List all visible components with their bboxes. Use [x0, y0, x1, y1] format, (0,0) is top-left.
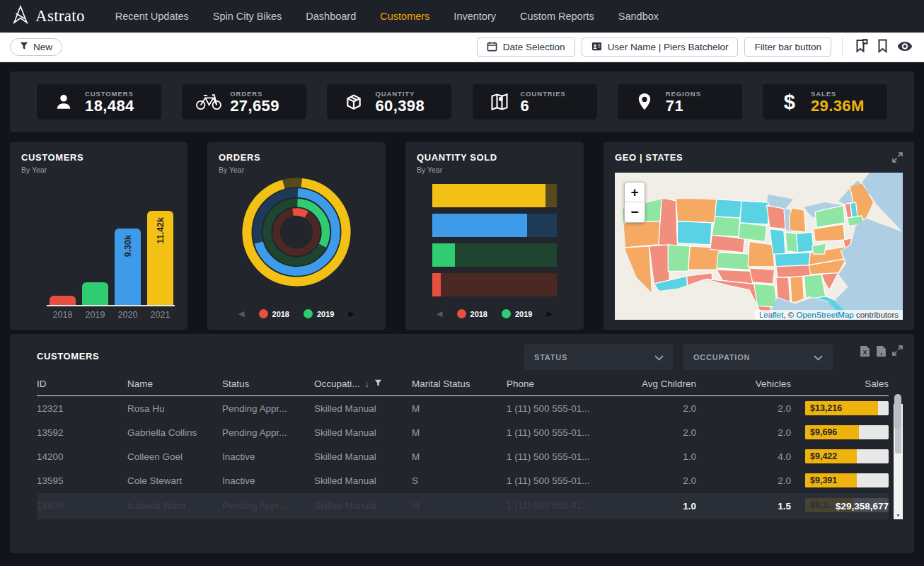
kpi-text: SALES29.36M: [811, 90, 865, 114]
scroll-down-arrow[interactable]: ▼: [894, 511, 903, 519]
column-label: Avg Children: [642, 379, 696, 389]
orders-legend: ◀20182019▶: [219, 309, 374, 320]
hbar-2021[interactable]: [432, 184, 557, 207]
sales-value: $9,391: [810, 473, 837, 487]
legend-item-2018[interactable]: 2018: [259, 309, 289, 318]
zoom-in-button[interactable]: +: [625, 183, 645, 202]
export-csv-icon[interactable]: ,: [876, 345, 887, 360]
map-canvas: [615, 173, 903, 320]
filter-bar-label: Filter bar button: [754, 42, 821, 52]
filter-bar-button[interactable]: Filter bar button: [744, 37, 831, 57]
leaflet-link[interactable]: Leaflet: [759, 311, 784, 319]
date-selection-button[interactable]: Date Selection: [477, 37, 575, 57]
sort-desc-icon[interactable]: ↓: [365, 379, 370, 389]
column-header-name[interactable]: Name: [127, 379, 222, 389]
bookmark-button[interactable]: [876, 37, 889, 57]
nav-item-inventory[interactable]: Inventory: [441, 11, 508, 22]
nav-item-dashboard[interactable]: Dashboard: [294, 11, 368, 22]
column-header-occupati[interactable]: Occupati...↓: [314, 379, 412, 389]
hbar-2020[interactable]: [432, 214, 557, 237]
column-header-vehicles[interactable]: Vehicles: [696, 379, 791, 389]
table-title: CUSTOMERS: [37, 351, 99, 362]
zoom-out-button[interactable]: −: [625, 202, 645, 222]
legend-prev-arrow[interactable]: ◀: [437, 309, 442, 318]
column-header-phone[interactable]: Phone: [507, 379, 628, 389]
column-header-avg-children[interactable]: Avg Children: [628, 379, 696, 389]
nav-item-spin-city-bikes[interactable]: Spin City Bikes: [201, 11, 294, 22]
svg-text:X: X: [862, 349, 867, 356]
user-name-button[interactable]: User Name | Piers Batchelor: [582, 37, 739, 57]
column-label: Occupati...: [314, 379, 360, 389]
table-row[interactable]: 13592Gabriella CollinsPending Appr...Ski…: [37, 420, 889, 444]
funnel-icon: [20, 42, 28, 52]
expand-icon[interactable]: [892, 345, 903, 360]
kpi-text: COUNTRIES6: [521, 90, 566, 114]
hbar-chart: [432, 184, 557, 303]
table-row[interactable]: 13595Cole StewartInactiveSkilled ManualS…: [37, 468, 889, 492]
hbar-2019[interactable]: [432, 243, 557, 267]
cell-sales: $9,391: [791, 473, 889, 487]
column-header-status[interactable]: Status: [222, 379, 314, 389]
cell-id: 12321: [37, 403, 127, 414]
column-header-sales[interactable]: Sales: [791, 379, 889, 389]
legend-item-2019[interactable]: 2019: [502, 309, 532, 318]
chevron-down-icon: [814, 351, 823, 364]
sales-bar: $9,391: [805, 473, 889, 487]
hbar-2018[interactable]: [432, 273, 557, 296]
nav-item-recent-updates[interactable]: Recent Updates: [103, 11, 201, 22]
bookmark-add-button[interactable]: [853, 37, 870, 57]
pin-icon: [630, 92, 659, 112]
legend-label: 2018: [272, 310, 289, 318]
column-label: Status: [222, 379, 249, 389]
kpi-value: 71: [666, 98, 701, 114]
quantity-legend: ◀20182019▶: [417, 309, 572, 320]
cell-vehicles: 2.0: [696, 427, 791, 438]
us-states-map[interactable]: + − Leaflet, © OpenStreetMap contributor…: [615, 173, 903, 320]
column-filter-icon[interactable]: [374, 379, 382, 389]
legend-next-arrow[interactable]: ▶: [546, 309, 552, 318]
column-label: Phone: [507, 379, 534, 389]
occupation-filter-dropdown[interactable]: OCCUPATION: [683, 344, 833, 370]
legend-next-arrow[interactable]: ▶: [348, 309, 354, 318]
legend-item-2018[interactable]: 2018: [457, 309, 487, 318]
status-filter-dropdown[interactable]: STATUS: [524, 344, 674, 370]
bar-2019[interactable]: [82, 282, 108, 305]
dollar-icon: $: [775, 91, 804, 114]
table-header-row: IDNameStatusOccupati...↓Marital StatusPh…: [37, 379, 889, 396]
new-chip-label: New: [33, 42, 52, 52]
bar-2020[interactable]: 9.30k: [115, 229, 141, 305]
brand[interactable]: Astrato: [11, 5, 85, 28]
chart-title: QUANTITY SOLD: [417, 152, 572, 163]
sales-value: $9,696: [810, 425, 837, 439]
cell-marital: M: [412, 451, 507, 462]
osm-link[interactable]: OpenStreetMap: [797, 311, 854, 319]
nav-items: Recent UpdatesSpin City BikesDashboardCu…: [103, 11, 671, 22]
legend-prev-arrow[interactable]: ◀: [238, 309, 244, 318]
cell-phone: 1 (11) 500 555-01...: [507, 475, 628, 486]
column-header-marital-status[interactable]: Marital Status: [412, 379, 507, 389]
user-name-label: User Name | Piers Batchelor: [608, 42, 729, 52]
cell-sales: $9,696: [791, 425, 889, 439]
cell-occupation: Skilled Manual: [314, 451, 412, 462]
nav-item-custom-reports[interactable]: Custom Reports: [508, 11, 606, 22]
map-zoom-control: + −: [624, 182, 645, 223]
cell-name: Gabriella Collins: [127, 427, 222, 438]
new-filter-chip[interactable]: New: [10, 38, 62, 56]
nav-item-customers[interactable]: Customers: [368, 11, 441, 22]
outer-scrollbar-thumb[interactable]: [894, 394, 901, 429]
table-row[interactable]: 14200Colleen GoelInactiveSkilled ManualM…: [37, 444, 889, 468]
chart-subtitle: By Year: [219, 166, 374, 174]
export-excel-icon[interactable]: X: [860, 345, 870, 360]
legend-item-2019[interactable]: 2019: [304, 309, 334, 318]
nav-item-sandbox[interactable]: Sandbox: [606, 11, 671, 22]
bar-2018[interactable]: [50, 296, 76, 305]
table-row[interactable]: 12321Rosa HuPending Appr...Skilled Manua…: [37, 396, 889, 420]
expand-icon[interactable]: [892, 152, 903, 166]
brand-name: Astrato: [35, 7, 85, 25]
bar-2021[interactable]: 11.42k: [147, 211, 173, 305]
totals-avg-children: 1.0: [628, 501, 696, 512]
column-header-id[interactable]: ID: [37, 379, 127, 389]
kpi-text: CUSTOMERS18,484: [85, 90, 134, 114]
ring-track-2018: [277, 212, 317, 253]
visibility-button[interactable]: [896, 40, 914, 55]
